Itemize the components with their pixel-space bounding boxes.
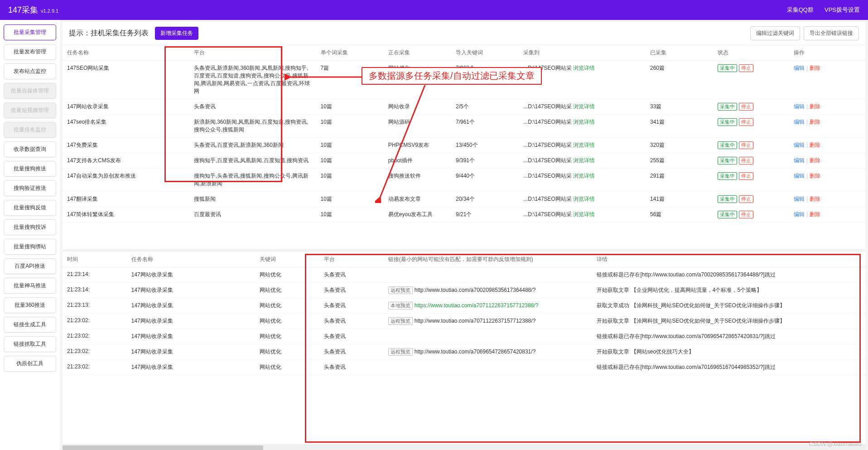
log-url[interactable]: http://www.toutiao.com/a7069654728657420… [415, 348, 536, 355]
view-detail-link[interactable]: 浏览详情 [573, 157, 595, 164]
sidebar-item-14[interactable]: 批量360推送 [4, 297, 56, 313]
delete-link[interactable]: 删除 [810, 119, 820, 125]
preview-tag[interactable]: 远程预览 [388, 317, 413, 325]
log-row: 21:23:02:147网站收录采集网站优化头条资讯链接或标题已存在[http:… [63, 360, 865, 375]
edit-link[interactable]: 编辑 [794, 157, 805, 164]
status-badge: 采集中 [718, 195, 737, 203]
task-row: 147seo排名采集新浪新闻,360新闻,凤凰新闻,百度知道,搜狗资讯,搜狗公众… [63, 115, 865, 138]
log-row: 21:23:14:147网站收录采集网站优化头条资讯远程预览http://www… [63, 283, 865, 298]
sidebar-item-0[interactable]: 批量采集管理 [4, 24, 56, 40]
sidebar-item-15[interactable]: 链接生成工具 [4, 317, 56, 333]
stop-button[interactable]: 停止 [739, 195, 753, 203]
delete-link[interactable]: 删除 [810, 157, 820, 164]
log-row: 21:23:02:147网站收录采集网站优化头条资讯远程预览http://www… [63, 314, 865, 329]
status-badge: 采集中 [718, 157, 737, 165]
edit-filter-button[interactable]: 编辑过滤关键词 [750, 26, 800, 40]
log-panel: 时间任务名称关键词平台链接(最小的网站可能没有匹配，如需要可群内反馈增加规则)详… [63, 252, 865, 450]
delete-link[interactable]: 删除 [810, 173, 820, 179]
log-col-link: 链接(最小的网站可能没有匹配，如需要可群内反馈增加规则) [384, 252, 593, 267]
edit-link[interactable]: 编辑 [794, 103, 805, 110]
sidebar-item-12[interactable]: 百度API推送 [4, 258, 56, 274]
view-detail-link[interactable]: 浏览详情 [573, 142, 595, 148]
preview-tag[interactable]: 本地预览 [388, 302, 413, 310]
stop-button[interactable]: 停止 [739, 211, 753, 218]
status-badge: 采集中 [718, 64, 737, 72]
stop-button[interactable]: 停止 [739, 118, 753, 126]
view-detail-link[interactable]: 浏览详情 [573, 211, 595, 218]
status-badge: 采集中 [718, 118, 737, 126]
delete-link[interactable]: 删除 [810, 142, 820, 148]
qq-group-link[interactable]: 采集QQ群 [787, 6, 814, 14]
log-row: 21:23:02:147网站收录采集网站优化头条资讯远程预览http://www… [63, 344, 865, 360]
sidebar-item-13[interactable]: 批量神马推送 [4, 278, 56, 294]
stop-button[interactable]: 停止 [739, 172, 753, 180]
tasks-col-op: 操作 [789, 45, 865, 61]
task-row: 147网站收录采集头条资讯10篇网站收录2/5个...D:\147SEO网站采 … [63, 99, 865, 115]
edit-link[interactable]: 编辑 [794, 142, 805, 148]
log-url[interactable]: http://www.toutiao.com/a7071122637157712… [415, 318, 536, 324]
add-task-button[interactable]: 新增采集任务 [155, 27, 198, 40]
tasks-title: 提示：挂机采集任务列表 [69, 29, 149, 38]
log-col-kw: 关键词 [255, 252, 319, 267]
stop-button[interactable]: 停止 [739, 64, 753, 72]
sidebar-item-11[interactable]: 批量搜狗绑站 [4, 239, 56, 255]
log-row: 21:23:02:147网站收录采集网站优化头条资讯链接或标题已存在[http:… [63, 329, 865, 344]
sidebar-item-6[interactable]: 收录数据查询 [4, 141, 56, 157]
log-url[interactable]: https://www.toutiao.com/a707112263715771… [415, 302, 539, 309]
edit-link[interactable]: 编辑 [794, 196, 805, 202]
delete-link[interactable]: 删除 [810, 65, 820, 71]
annotation-label: 多数据源多任务采集/自动过滤已采集文章 [362, 67, 542, 85]
view-detail-link[interactable]: 浏览详情 [573, 119, 595, 125]
stop-button[interactable]: 停止 [739, 103, 753, 111]
horizontal-scrollbar[interactable] [63, 445, 865, 450]
sidebar-item-3: 批量自媒体管理 [4, 83, 56, 99]
sidebar-item-5: 批量排名监控 [4, 122, 56, 138]
log-col-platform: 平台 [319, 252, 384, 267]
sidebar-item-7[interactable]: 批量搜狗推送 [4, 161, 56, 177]
sidebar-item-10[interactable]: 批量搜狗投诉 [4, 219, 56, 235]
log-row: 21:23:14:147网站收录采集网站优化头条资讯链接或标题已存在[http:… [63, 267, 865, 283]
sidebar-item-16[interactable]: 链接抓取工具 [4, 336, 56, 352]
tasks-col-status: 状态 [713, 45, 789, 61]
sidebar-item-2[interactable]: 发布站点监控 [4, 63, 56, 79]
vps-settings-link[interactable]: VPS拨号设置 [825, 6, 860, 14]
sidebar-item-4: 批量短视频管理 [4, 102, 56, 118]
log-row: 21:23:13:147网站收录采集网站优化头条资讯本地预览https://ww… [63, 298, 865, 314]
delete-link[interactable]: 删除 [810, 211, 820, 218]
view-detail-link[interactable]: 浏览详情 [573, 103, 595, 110]
edit-link[interactable]: 编辑 [794, 65, 805, 71]
view-detail-link[interactable]: 浏览详情 [573, 196, 595, 202]
preview-tag[interactable]: 远程预览 [388, 286, 413, 294]
sidebar-item-9[interactable]: 批量搜狗反馈 [4, 200, 56, 216]
log-url[interactable]: http://www.toutiao.com/a7002098535617364… [415, 287, 536, 293]
app-title: 147采集 [8, 5, 38, 15]
tasks-col-target: 采集到 [519, 45, 646, 61]
view-detail-link[interactable]: 浏览详情 [573, 65, 595, 71]
task-row: 147翻译采集搜狐新闻10篇动易发布文章20/34个...D:\147SEO网站… [63, 192, 865, 207]
status-badge: 采集中 [718, 103, 737, 111]
tasks-col-imported: 导入关键词 [451, 45, 519, 61]
export-errors-button[interactable]: 导出全部错误链接 [804, 26, 859, 40]
delete-link[interactable]: 删除 [810, 103, 820, 110]
sidebar-item-1[interactable]: 批量发布管理 [4, 44, 56, 60]
edit-link[interactable]: 编辑 [794, 173, 805, 179]
stop-button[interactable]: 停止 [739, 157, 753, 165]
app-version: v1.2.9.1 [41, 8, 58, 14]
view-detail-link[interactable]: 浏览详情 [573, 173, 595, 179]
log-table: 时间任务名称关键词平台链接(最小的网站可能没有匹配，如需要可群内反馈增加规则)详… [63, 252, 865, 375]
task-row: 147简体转繁体采集百度最资讯10篇易优eyou发布工具9/21个...D:\1… [63, 207, 865, 223]
status-badge: 采集中 [718, 172, 737, 180]
sidebar-item-17[interactable]: 伪原创工具 [4, 356, 56, 372]
edit-link[interactable]: 编辑 [794, 119, 805, 125]
preview-tag[interactable]: 远程预览 [388, 348, 413, 356]
edit-link[interactable]: 编辑 [794, 211, 805, 218]
stop-button[interactable]: 停止 [739, 141, 753, 149]
delete-link[interactable]: 删除 [810, 196, 820, 202]
log-col-task: 任务名称 [127, 252, 256, 267]
tasks-col-collected: 已采集 [646, 45, 713, 61]
sidebar-item-8[interactable]: 搜狗验证推送 [4, 180, 56, 196]
watermark: CSDN @xiaomaseo [809, 440, 862, 447]
tasks-col-collecting: 正在采集 [384, 45, 451, 61]
tasks-col-platform: 平台 [189, 45, 316, 61]
task-row: 147支持各大CMS发布搜狗知乎,百度资讯,凤凰新闻,百度知道,搜狗资讯10篇p… [63, 153, 865, 169]
